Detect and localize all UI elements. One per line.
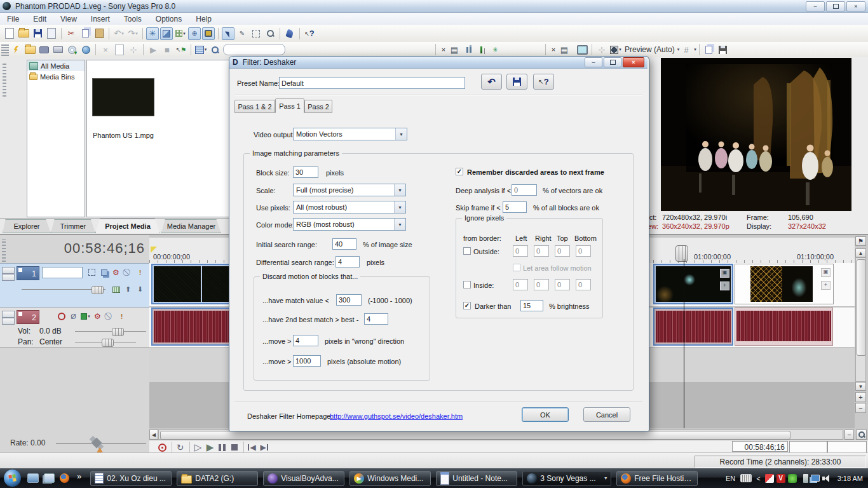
audio-exclaim-icon[interactable]: ! [116,311,127,321]
move-wrong-input[interactable] [293,335,318,346]
menu-file[interactable]: File [0,15,26,24]
audio-mute-icon[interactable]: Ø [68,311,79,321]
app-titlebar[interactable]: Phantom PRODAD 1.veg - Sony Vegas Pro 8.… [0,0,868,13]
deep-analysis-input[interactable] [512,184,537,196]
menu-tools[interactable]: Tools [117,15,149,24]
make-compositing-child-icon[interactable]: ⬆ [123,285,133,294]
video-event-unselected[interactable]: ▣ + [735,264,834,304]
dock-handle[interactable] [1,43,9,56]
video-track-number[interactable]: 1 [17,266,39,280]
pause-button[interactable] [217,443,227,452]
event-fx-icon[interactable]: + [720,281,729,290]
grid-options-icon[interactable]: ▾ [174,27,187,40]
dialog-maximize-button[interactable] [604,57,621,67]
views-icon[interactable]: ▾ [194,43,207,56]
preview-quality-label[interactable]: Preview (Auto) [625,45,675,54]
enable-snapping-icon[interactable]: ✳ [146,27,159,40]
preset-undo-button[interactable]: ↶ [481,74,502,90]
new-project-icon[interactable] [3,27,16,40]
network-status-icon[interactable] [811,475,820,482]
minimize-button[interactable]: – [806,1,825,11]
split-screen-view-icon[interactable]: ▾ [609,43,622,56]
video-track-header[interactable]: 1 ⚙ ⃠ ! ⬆ ⬇ [0,263,149,308]
differential-search-range-input[interactable] [336,256,360,268]
quantize-to-frames-icon[interactable] [160,27,173,40]
track-motion-icon[interactable] [111,285,121,294]
track-solo-icon[interactable]: ! [135,268,146,277]
horizontal-scroll-thumb[interactable] [160,431,790,440]
interactive-tutorials-icon[interactable] [283,27,296,40]
media-item-label[interactable]: Phantom US 1.mpg [87,132,159,139]
menu-options[interactable]: Options [149,15,189,24]
play-button[interactable]: ▶ [205,443,215,452]
inside-top-input[interactable] [555,279,570,290]
timecode-display[interactable]: 00:58:46;16 [13,240,145,258]
dialog-minimize-button[interactable]: – [585,57,602,67]
clock[interactable]: 3:18 AM [837,475,863,482]
project-properties-icon[interactable] [45,27,58,40]
tab-media-manager[interactable]: Media Manager [161,219,221,233]
cut-icon[interactable]: ✂ [65,27,78,40]
copy-snapshot-icon[interactable] [703,43,715,56]
scroll-down-icon[interactable]: ▼ [855,382,866,391]
volume-icon[interactable] [822,474,831,483]
tree-item-all-media[interactable]: All Media [27,60,85,71]
audio-solo-icon[interactable]: ⃠ [104,311,115,321]
normal-edit-tool-icon[interactable] [222,27,234,40]
minimize-track-icon[interactable] [2,311,15,318]
tab-pass-1[interactable]: Pass 1 [275,98,304,113]
rate-knob[interactable] [92,438,102,449]
selection-length-display[interactable] [827,441,867,453]
tray-collapse-chevron[interactable]: < [756,475,760,482]
selection-edit-tool-icon[interactable] [250,27,262,40]
redo-icon[interactable]: ↷▾ [126,27,139,40]
envelope-edit-tool-icon[interactable]: ✎ [236,27,248,40]
downmix-output-icon[interactable]: ✳ [489,43,501,56]
taskbar-item-firefox[interactable]: Free File Hostin... [616,471,698,486]
restore-track-icon[interactable] [2,274,15,281]
audio-event-unselected[interactable] [735,308,833,346]
tab-explorer[interactable]: Explorer [3,219,51,233]
go-to-start-button[interactable]: ◀ [247,443,257,452]
extract-audio-cd-icon[interactable]: ▼ [65,43,78,56]
taskbar-item-notepad[interactable]: Untitled - Note... [436,471,517,486]
tree-item-media-bins[interactable]: Media Bins [27,71,85,82]
move-absolute-input[interactable] [293,355,321,367]
video-output-fx-icon[interactable]: ⊹ [595,43,608,56]
taskbar-item-wmp[interactable]: ▶ Windows Medi... [349,471,431,486]
bypass-motion-blur-icon[interactable] [86,268,97,277]
play-from-start-button[interactable]: ▷ [193,443,203,452]
outside-checkbox[interactable] [463,247,471,255]
track-routing-icon[interactable]: ▾ [80,311,91,321]
event-fx-icon[interactable]: + [821,281,831,290]
stop-button[interactable] [229,443,240,452]
track-composite-mode-icon[interactable] [98,268,109,277]
language-indicator[interactable]: EN [726,475,735,482]
track-level-slider[interactable] [22,289,105,290]
inside-right-input[interactable] [534,279,549,290]
quicklaunch-chevron[interactable]: » [77,471,81,481]
menu-insert[interactable]: Insert [84,15,117,24]
mixer-window-menu-icon[interactable]: ▤ [449,43,459,56]
marker-tool-icon[interactable]: ⚑ [855,236,866,246]
tab-project-media[interactable]: Project Media [95,219,160,233]
block-size-input[interactable] [293,166,318,178]
tab-pass-2[interactable]: Pass 2 [304,100,332,113]
overlays-grid-icon[interactable]: # [680,43,693,56]
match-value-input[interactable] [336,294,362,306]
tab-trimmer[interactable]: Trimmer [51,219,95,233]
undo-icon[interactable]: ↶▾ [112,27,125,40]
overlays-dropdown-icon[interactable]: ▾ [694,47,696,52]
video-event-selected-right[interactable]: ▣ + [653,264,733,304]
video-track-name-input[interactable] [42,267,83,278]
tray-usb-icon[interactable] [803,474,808,483]
track-mute-icon[interactable]: ⃠ [123,268,133,277]
keyboard-layout-icon[interactable] [740,474,752,482]
vol-slider[interactable] [75,331,146,332]
copy-icon[interactable] [79,27,92,40]
zoom-tool-icon[interactable] [856,430,867,440]
cursor-time-display[interactable]: 00:58:46;16 [732,441,788,452]
media-manager-icon[interactable] [10,43,22,56]
scroll-left-icon[interactable]: ◀ [149,430,158,440]
skip-frame-input[interactable] [503,201,527,213]
